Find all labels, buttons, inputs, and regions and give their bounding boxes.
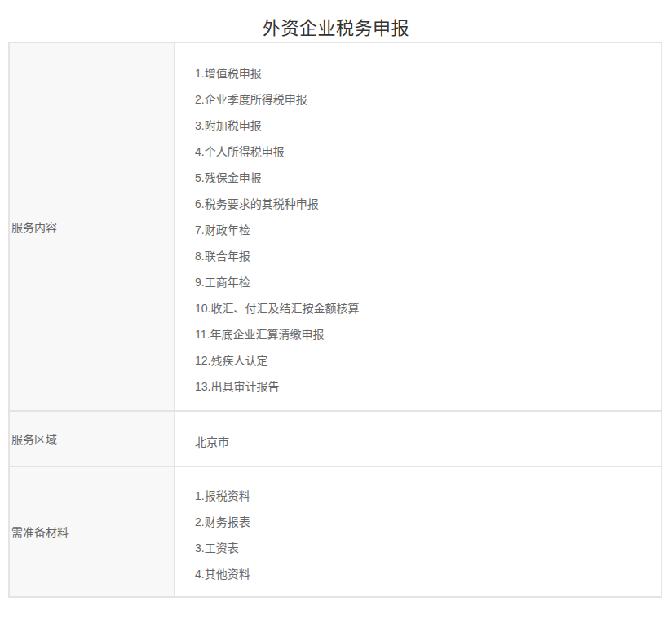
service-item: 10.收汇、付汇及结汇按金额核算 (195, 295, 652, 321)
page: 外资企业税务申报 服务内容 1.增值税申报 2.企业季度所得税申报 3.附加税申… (0, 0, 672, 632)
material-item: 4.其他资料 (195, 561, 652, 587)
row-label-service-content: 服务内容 (9, 42, 175, 411)
service-item: 7.财政年检 (195, 217, 652, 243)
table-row-service-content: 服务内容 1.增值税申报 2.企业季度所得税申报 3.附加税申报 4.个人所得税… (9, 42, 661, 411)
service-item: 9.工商年检 (195, 269, 652, 295)
service-item: 5.残保金申报 (195, 165, 652, 191)
material-item: 2.财务报表 (195, 509, 652, 535)
table-row-service-area: 服务区域 北京市 (9, 411, 661, 466)
row-label-service-area: 服务区域 (9, 411, 175, 466)
service-item: 1.增值税申报 (195, 60, 652, 86)
materials-cell: 1.报税资料 2.财务报表 3.工资表 4.其他资料 (175, 466, 661, 597)
material-item: 3.工资表 (195, 535, 652, 561)
service-item: 6.税务要求的其税种申报 (195, 191, 652, 217)
table-row-materials: 需准备材料 1.报税资料 2.财务报表 3.工资表 4.其他资料 (9, 466, 661, 597)
service-item: 4.个人所得税申报 (195, 139, 652, 165)
service-table: 服务内容 1.增值税申报 2.企业季度所得税申报 3.附加税申报 4.个人所得税… (8, 42, 662, 598)
material-item: 1.报税资料 (195, 483, 652, 509)
row-label-materials: 需准备材料 (9, 466, 175, 597)
service-item: 3.附加税申报 (195, 113, 652, 139)
service-item: 11.年底企业汇算清缴申报 (195, 321, 652, 347)
page-title: 外资企业税务申报 (0, 0, 672, 42)
service-area-value: 北京市 (195, 429, 652, 455)
service-item: 8.联合年报 (195, 243, 652, 269)
service-item: 2.企业季度所得税申报 (195, 86, 652, 113)
service-item: 13.出具审计报告 (195, 373, 652, 400)
service-area-cell: 北京市 (175, 411, 661, 466)
service-content-cell: 1.增值税申报 2.企业季度所得税申报 3.附加税申报 4.个人所得税申报 5.… (175, 42, 661, 411)
service-item: 12.残疾人认定 (195, 347, 652, 373)
